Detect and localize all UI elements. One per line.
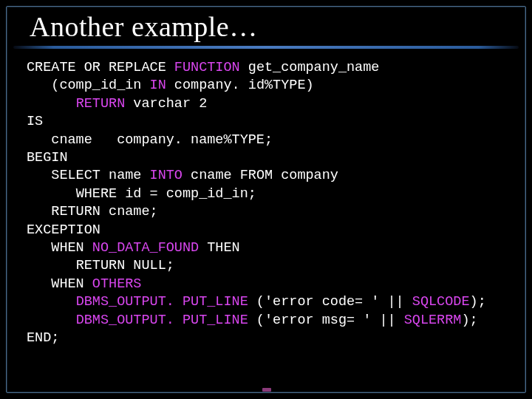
- code-line: DBMS_OUTPUT. PUT_LINE ('error code= ' ||…: [27, 293, 505, 311]
- code-text: RETURN cname;: [51, 204, 157, 219]
- code-text: company. id%TYPE): [166, 78, 314, 93]
- code-text: varchar 2: [125, 96, 207, 112]
- code-line: EXCEPTION: [27, 222, 505, 239]
- code-line: IS: [27, 113, 505, 131]
- code-block: CREATE OR REPLACE FUNCTION get_company_n…: [27, 59, 505, 348]
- code-line: BEGIN: [27, 149, 505, 167]
- code-text: BEGIN: [27, 150, 68, 166]
- code-text: );: [470, 294, 486, 310]
- code-line: END;: [27, 330, 505, 347]
- code-line: DBMS_OUTPUT. PUT_LINE ('error msg= ' || …: [27, 312, 505, 330]
- code-text: get_company_name: [240, 60, 380, 75]
- bottom-accent-icon: [262, 388, 271, 392]
- code-line: cname company. name%TYPE;: [27, 132, 505, 149]
- code-text: CREATE OR REPLACE: [27, 60, 174, 75]
- code-line: WHEN NO_DATA_FOUND THEN: [27, 239, 505, 257]
- code-keyword: OTHERS: [92, 276, 142, 292]
- code-keyword: SQLERRM: [404, 313, 462, 328]
- code-text: SELECT name: [51, 168, 149, 183]
- code-line: SELECT name INTO cname FROM company: [27, 167, 505, 185]
- title-underline: [13, 46, 519, 49]
- code-text: RETURN NULL;: [76, 258, 174, 273]
- code-line: WHERE id = comp_id_in;: [27, 185, 505, 203]
- code-text: cname FROM company: [183, 168, 338, 183]
- code-text: WHEN: [51, 276, 92, 292]
- code-text: ('error code= ' ||: [248, 294, 412, 310]
- slide: Another example… CREATE OR REPLACE FUNCT…: [0, 0, 532, 399]
- code-text: IS: [27, 114, 43, 129]
- code-text: WHERE id = comp_id_in;: [76, 186, 256, 202]
- code-keyword: IN: [150, 78, 166, 93]
- code-keyword: DBMS_OUTPUT. PUT_LINE: [76, 313, 248, 328]
- code-line: (comp_id_in IN company. id%TYPE): [27, 77, 505, 95]
- code-line: RETURN NULL;: [27, 257, 505, 275]
- code-keyword: DBMS_OUTPUT. PUT_LINE: [76, 294, 248, 310]
- code-text: THEN: [199, 240, 240, 256]
- code-line: RETURN cname;: [27, 203, 505, 221]
- code-keyword: RETURN: [76, 96, 126, 112]
- code-text: cname company. name%TYPE;: [51, 132, 273, 148]
- code-keyword: INTO: [150, 168, 183, 183]
- code-text: END;: [27, 330, 59, 346]
- code-line: RETURN varchar 2: [27, 95, 505, 113]
- code-line: CREATE OR REPLACE FUNCTION get_company_n…: [27, 59, 505, 77]
- slide-title: Another example…: [30, 10, 258, 43]
- code-keyword: NO_DATA_FOUND: [92, 240, 199, 256]
- code-text: (comp_id_in: [51, 78, 149, 93]
- code-text: );: [461, 313, 477, 328]
- code-text: ('error msg= ' ||: [248, 313, 404, 328]
- code-text: WHEN: [51, 240, 92, 256]
- code-keyword: SQLCODE: [412, 294, 470, 310]
- code-text: EXCEPTION: [27, 222, 100, 238]
- code-line: WHEN OTHERS: [27, 276, 505, 293]
- code-keyword: FUNCTION: [174, 60, 240, 75]
